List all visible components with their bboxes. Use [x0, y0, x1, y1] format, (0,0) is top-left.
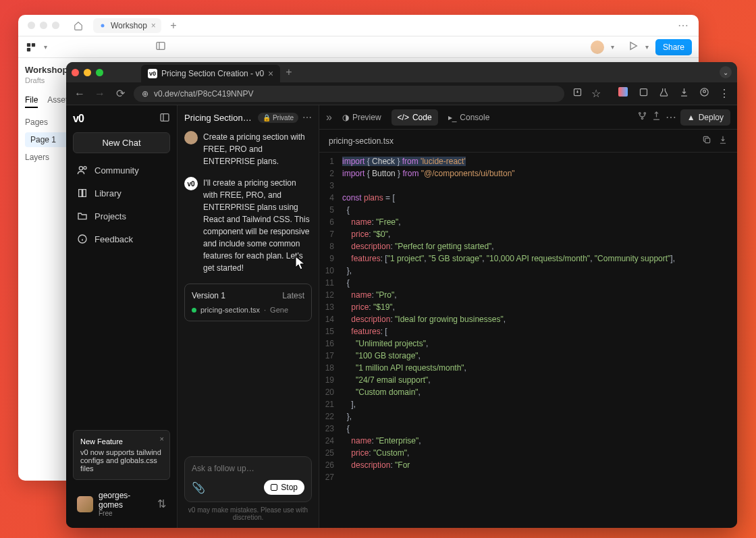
- avatar: [77, 496, 93, 512]
- attach-icon[interactable]: 📎: [192, 481, 205, 494]
- figma-icon: [99, 22, 107, 30]
- new-tab-button[interactable]: +: [286, 66, 292, 78]
- figma-menu-icon[interactable]: [25, 41, 37, 53]
- star-icon[interactable]: ☆: [590, 87, 602, 100]
- popup-title: New Feature: [80, 437, 163, 446]
- svg-point-13: [79, 167, 82, 170]
- sidebar-item-label: Community: [94, 165, 139, 176]
- info-icon: [77, 234, 88, 244]
- sidebar-item-feedback[interactable]: Feedback: [73, 229, 170, 249]
- v0-avatar: v0: [184, 177, 198, 190]
- stop-icon: [271, 484, 277, 491]
- tab-file[interactable]: File: [25, 95, 38, 108]
- svg-rect-2: [32, 43, 35, 46]
- folder-icon: [77, 211, 88, 221]
- svg-rect-21: [705, 138, 710, 143]
- svg-marker-6: [630, 42, 637, 49]
- v0-sidebar: v0 New Chat Community Library Projects: [66, 105, 178, 528]
- version-card[interactable]: Version 1 Latest pricing-section.tsx · G…: [184, 284, 312, 321]
- panel-toggle-icon[interactable]: [159, 112, 170, 126]
- tab-code[interactable]: </>Code: [392, 109, 438, 126]
- kebab-icon[interactable]: ⋮: [718, 87, 730, 100]
- status-dot: [192, 308, 196, 313]
- overflow-menu[interactable]: ⋯: [674, 19, 693, 32]
- svg-rect-11: [161, 114, 169, 122]
- new-tab-button[interactable]: +: [167, 19, 180, 32]
- avatar: [184, 131, 198, 144]
- share-icon[interactable]: [651, 111, 662, 124]
- chevron-down-icon: ▾: [44, 43, 47, 51]
- close-icon[interactable]: ×: [151, 21, 156, 30]
- flask-icon[interactable]: [657, 87, 670, 100]
- code-panel: » ◑Preview </>Code ▸_Console ⋯ ▲Deploy p…: [319, 105, 737, 528]
- url-input[interactable]: ⊕ v0.dev/chat/P8cC419NNPV: [134, 86, 564, 102]
- file-name: pricing-section.tsx: [200, 306, 260, 314]
- deploy-button[interactable]: ▲Deploy: [680, 109, 730, 126]
- favicon: v0: [148, 69, 157, 78]
- eye-icon: ◑: [342, 113, 349, 122]
- ext-icon[interactable]: [617, 87, 629, 100]
- close-window[interactable]: [72, 69, 79, 76]
- figma-tab[interactable]: Workshop ×: [93, 18, 161, 33]
- chat-input[interactable]: Ask a follow up… 📎 Stop: [184, 456, 312, 502]
- traffic-lights: [72, 69, 103, 76]
- figma-tab-label: Workshop: [111, 21, 147, 30]
- file-status: Gene: [270, 306, 288, 314]
- chat-panel: Pricing Section Creati… 🔒Private ⋯ Creat…: [178, 105, 319, 528]
- svg-rect-8: [640, 89, 647, 96]
- new-chat-button[interactable]: New Chat: [73, 132, 170, 153]
- tab-preview[interactable]: ◑Preview: [336, 109, 387, 126]
- expand-icon[interactable]: »: [326, 111, 332, 124]
- user-name: georges-gomes: [99, 491, 152, 510]
- reload-button[interactable]: ⟳: [113, 87, 127, 100]
- browser-tab[interactable]: v0 Pricing Section Creation - v0 ×: [141, 65, 280, 82]
- stop-button[interactable]: Stop: [264, 480, 304, 495]
- sidebar-item-label: Library: [94, 188, 122, 198]
- close-icon[interactable]: ×: [160, 435, 164, 443]
- avatar[interactable]: [591, 41, 604, 54]
- sidebar-item-library[interactable]: Library: [73, 183, 170, 203]
- svg-rect-3: [27, 47, 30, 51]
- expand-icon[interactable]: ⌄: [720, 66, 732, 78]
- back-button[interactable]: ←: [73, 88, 86, 100]
- message-text: I'll create a pricing section with FREE,…: [203, 177, 312, 274]
- svg-rect-1: [27, 43, 30, 46]
- site-info-icon[interactable]: ⊕: [142, 89, 148, 99]
- download-icon[interactable]: [718, 135, 728, 146]
- browser-tabbar: v0 Pricing Section Creation - v0 × + ⌄: [66, 62, 737, 82]
- profile-icon[interactable]: [698, 87, 710, 100]
- user-message: Create a pricing section with FREE, PRO …: [184, 131, 312, 167]
- close-icon[interactable]: ×: [268, 68, 273, 79]
- install-icon[interactable]: [571, 87, 583, 100]
- privacy-badge[interactable]: 🔒Private: [258, 113, 298, 123]
- popup-body: v0 now supports tailwind configs and glo…: [80, 448, 163, 473]
- chat-title: Pricing Section Creati…: [184, 113, 254, 123]
- user-menu[interactable]: georges-gomes Free ⇅: [73, 487, 170, 521]
- new-feature-popup: × New Feature v0 now supports tailwind c…: [73, 430, 170, 480]
- home-icon[interactable]: [69, 19, 88, 32]
- sidebar-item-projects[interactable]: Projects: [73, 206, 170, 226]
- figma-toolbar: ▾ ▾ ▾ Share: [18, 36, 699, 58]
- sidebar-item-label: Projects: [94, 211, 126, 221]
- lock-icon: 🔒: [263, 114, 271, 122]
- more-icon[interactable]: ⋯: [666, 111, 676, 124]
- minimize-window[interactable]: [84, 69, 91, 76]
- puzzle-icon[interactable]: [637, 87, 649, 100]
- download-icon[interactable]: [678, 87, 690, 100]
- play-icon[interactable]: [628, 41, 639, 54]
- disclaimer: v0 may make mistakes. Please use with di…: [184, 506, 312, 521]
- sidebar-item-community[interactable]: Community: [73, 160, 170, 180]
- forward-button[interactable]: →: [93, 88, 107, 100]
- triangle-icon: ▲: [687, 113, 695, 122]
- panel-icon[interactable]: [155, 41, 166, 54]
- tab-console[interactable]: ▸_Console: [442, 109, 496, 126]
- fork-icon[interactable]: [637, 111, 647, 124]
- code-editor[interactable]: 1import { Check } from 'lucide-react'2im…: [319, 153, 737, 528]
- share-button[interactable]: Share: [655, 39, 692, 55]
- maximize-window[interactable]: [96, 69, 103, 76]
- copy-icon[interactable]: [702, 135, 711, 146]
- file-name: pricing-section.tsx: [329, 136, 394, 146]
- chat-menu[interactable]: ⋯: [302, 112, 312, 123]
- figma-titlebar: Workshop × + ⋯: [18, 15, 699, 36]
- chevron-down-icon: ▾: [611, 43, 614, 51]
